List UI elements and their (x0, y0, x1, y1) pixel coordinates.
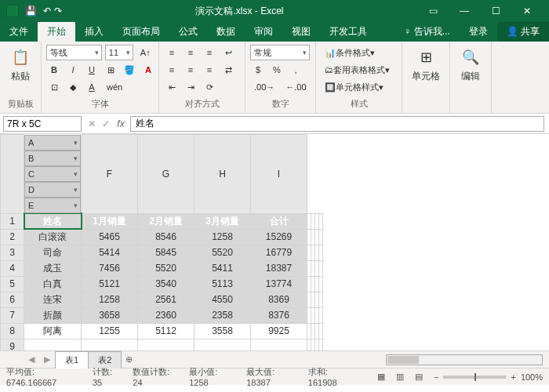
redo-icon[interactable]: ↷ (54, 5, 62, 16)
cancel-icon[interactable]: ✕ (85, 118, 99, 129)
tab-insert[interactable]: 插入 (75, 22, 113, 42)
cell[interactable]: 连宋 (24, 292, 82, 307)
comma-icon[interactable]: , (288, 62, 304, 78)
indent-increase-icon[interactable]: ⇥ (183, 79, 198, 95)
cell[interactable]: 白滚滚 (24, 229, 82, 245)
row-header-5[interactable]: 5 (1, 276, 24, 292)
cell[interactable]: 2360 (138, 307, 195, 323)
cell[interactable]: 5520 (195, 245, 251, 260)
spreadsheet-grid[interactable]: ABCDEFGHI1姓名1月销量2月销量3月销量合计2白滚滚5465854612… (0, 134, 323, 350)
cell[interactable]: 8369 (251, 292, 307, 307)
font-more-icon[interactable]: A (84, 79, 100, 95)
cells-button[interactable]: ⊞ 单元格 (407, 45, 445, 85)
cell[interactable] (319, 229, 323, 245)
fx-icon[interactable]: fx (113, 118, 129, 129)
sheet-nav-next-icon[interactable]: ▶ (39, 354, 55, 365)
font-name-select[interactable]: 等线 (46, 45, 102, 60)
tab-data[interactable]: 数据 (207, 22, 245, 42)
minimize-button[interactable]: — (449, 3, 480, 19)
font-color-button[interactable]: A (140, 62, 156, 78)
cell[interactable]: 9925 (251, 323, 307, 339)
cell[interactable]: 18387 (251, 260, 307, 276)
cell[interactable] (319, 245, 323, 260)
tab-file[interactable]: 文件 (0, 22, 38, 42)
cell[interactable]: 5414 (82, 245, 138, 260)
border-more-icon[interactable]: ⊡ (46, 79, 62, 95)
cell[interactable] (319, 276, 323, 292)
col-header-B[interactable]: B (24, 151, 81, 166)
cell[interactable]: 折颜 (24, 307, 82, 323)
row-header-3[interactable]: 3 (1, 245, 24, 260)
paste-button[interactable]: 📋 粘贴 (5, 45, 36, 85)
row-header-7[interactable]: 7 (1, 307, 24, 323)
wrap-text-icon[interactable]: ↩ (220, 45, 236, 60)
col-header-I[interactable]: I (251, 135, 307, 214)
cell[interactable]: 16779 (251, 245, 307, 260)
phonetic-button[interactable]: wén (103, 79, 126, 95)
orientation-icon[interactable]: ⟳ (202, 79, 217, 95)
align-top-icon[interactable]: ≡ (164, 45, 180, 60)
tab-formulas[interactable]: 公式 (169, 22, 207, 42)
tell-me[interactable]: ♀ 告诉我... (394, 22, 459, 42)
formula-bar[interactable] (130, 116, 544, 132)
worksheet-area[interactable]: ABCDEFGHI1姓名1月销量2月销量3月销量合计2白滚滚5465854612… (0, 134, 549, 350)
cell[interactable]: 3658 (82, 307, 138, 323)
sheet-nav-prev-icon[interactable]: ◀ (24, 354, 39, 365)
merge-cells-icon[interactable]: ⇄ (220, 62, 236, 78)
cell[interactable]: 7456 (82, 260, 138, 276)
cell[interactable]: 成玉 (24, 260, 82, 276)
cell[interactable] (319, 339, 323, 350)
col-header-E[interactable]: E (24, 198, 81, 213)
increase-decimal-icon[interactable]: .00→ (250, 79, 278, 95)
fill-more-icon[interactable]: ◆ (65, 79, 81, 95)
cell[interactable]: 5411 (195, 260, 251, 276)
tab-review[interactable]: 审阅 (245, 22, 282, 42)
tab-view[interactable]: 视图 (282, 22, 320, 42)
tab-home[interactable]: 开始 (38, 22, 75, 42)
editing-button[interactable]: 🔍 编辑 (455, 45, 486, 85)
cell[interactable] (319, 307, 323, 323)
cell[interactable]: 13774 (251, 276, 307, 292)
cell[interactable]: 5465 (82, 229, 138, 245)
row-header-6[interactable]: 6 (1, 292, 24, 307)
border-button[interactable]: ⊞ (103, 62, 118, 78)
col-header-D[interactable]: D (24, 182, 81, 198)
table-header-cell[interactable]: 姓名 (24, 213, 82, 229)
underline-button[interactable]: U (84, 62, 100, 78)
table-header-cell[interactable]: 合计 (251, 213, 307, 229)
cell[interactable] (319, 213, 323, 229)
col-header-G[interactable]: G (138, 135, 195, 214)
cell[interactable] (319, 323, 323, 339)
number-format-select[interactable]: 常规 (250, 45, 310, 60)
signin-button[interactable]: 登录 (460, 22, 497, 42)
zoom-slider[interactable] (443, 376, 506, 379)
cell[interactable]: 1258 (195, 229, 251, 245)
cell[interactable]: 1255 (82, 323, 138, 339)
row-header-9[interactable]: 9 (1, 339, 24, 350)
currency-icon[interactable]: $ (250, 62, 266, 78)
align-middle-icon[interactable]: ≡ (183, 45, 198, 60)
align-bottom-icon[interactable]: ≡ (202, 45, 217, 60)
cell[interactable]: 5113 (195, 276, 251, 292)
cell[interactable]: 15269 (251, 229, 307, 245)
font-size-select[interactable]: 11 (105, 45, 134, 60)
table-header-cell[interactable]: 3月销量 (195, 213, 251, 229)
undo-icon[interactable]: ↶ (43, 5, 51, 16)
horizontal-scrollbar[interactable] (386, 354, 543, 365)
col-header-C[interactable]: C (24, 166, 81, 182)
cell[interactable]: 3540 (138, 276, 195, 292)
cell[interactable]: 5121 (82, 276, 138, 292)
row-header-2[interactable]: 2 (1, 229, 24, 245)
col-header-H[interactable]: H (195, 135, 251, 214)
save-icon[interactable]: 💾 (25, 5, 37, 16)
cell[interactable]: 5112 (138, 323, 195, 339)
view-pagelayout-icon[interactable]: ▥ (396, 372, 404, 382)
row-header-4[interactable]: 4 (1, 260, 24, 276)
table-header-cell[interactable]: 2月销量 (138, 213, 195, 229)
row-header-8[interactable]: 8 (1, 323, 24, 339)
cell[interactable]: 2358 (195, 307, 251, 323)
table-header-cell[interactable]: 1月销量 (82, 213, 138, 229)
col-header-A[interactable]: A (24, 135, 81, 151)
cell[interactable] (251, 339, 307, 350)
indent-decrease-icon[interactable]: ⇤ (164, 79, 180, 95)
